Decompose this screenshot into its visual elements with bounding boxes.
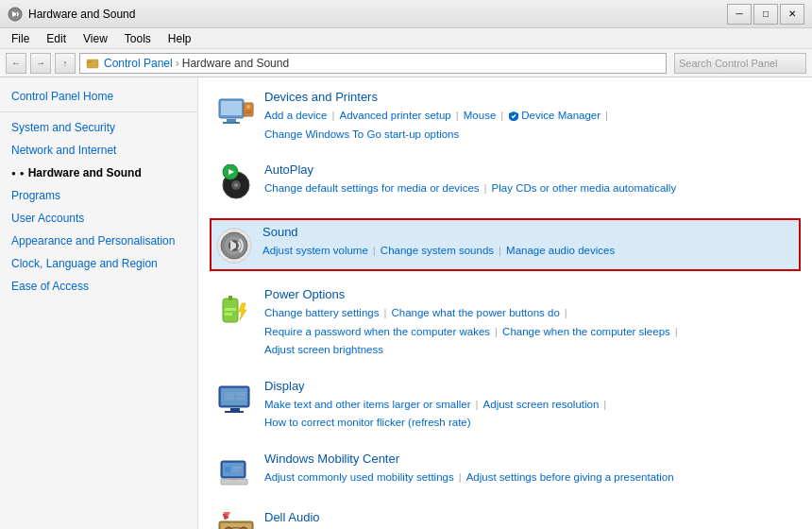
svg-point-9 <box>246 105 250 109</box>
link-presentation[interactable]: Adjust settings before giving a presenta… <box>466 469 674 487</box>
menu-help[interactable]: Help <box>161 30 199 47</box>
category-display: Display Make text and other items larger… <box>213 376 797 435</box>
category-dell-audio: Dell Audio <box>213 507 797 529</box>
content-area: Devices and Printers Add a device | Adva… <box>198 77 812 529</box>
link-printer-setup[interactable]: Advanced printer setup <box>340 107 451 126</box>
svg-rect-29 <box>225 392 234 400</box>
svg-rect-31 <box>236 398 245 400</box>
display-links: Make text and other items larger or smal… <box>264 396 793 433</box>
main-layout: Control Panel Home System and Security N… <box>0 77 812 529</box>
sound-title[interactable]: Sound <box>262 225 795 239</box>
sidebar-divider-1 <box>0 111 197 112</box>
link-system-sounds[interactable]: Change system sounds <box>381 242 494 261</box>
svg-rect-28 <box>225 411 244 413</box>
svg-rect-3 <box>89 63 96 64</box>
up-button[interactable]: ↑ <box>55 53 76 74</box>
svg-rect-23 <box>225 308 236 311</box>
sidebar-item-home[interactable]: Control Panel Home <box>0 85 197 108</box>
path-icon <box>86 57 99 70</box>
back-button[interactable]: ← <box>6 53 26 74</box>
sound-links: Adjust system volume | Change system sou… <box>262 242 795 261</box>
sidebar: Control Panel Home System and Security N… <box>0 77 198 529</box>
link-power-buttons[interactable]: Change what the power buttons do <box>391 304 559 323</box>
svg-rect-30 <box>236 392 245 396</box>
category-power: Power Options Change battery settings | … <box>213 284 797 363</box>
display-title[interactable]: Display <box>264 379 793 393</box>
svg-rect-2 <box>87 61 92 63</box>
power-title[interactable]: Power Options <box>264 287 793 301</box>
display-icon <box>217 381 255 418</box>
link-mobility-settings[interactable]: Adjust commonly used mobility settings <box>264 469 454 487</box>
maximize-button[interactable]: □ <box>753 4 778 25</box>
mobility-content: Windows Mobility Center Adjust commonly … <box>264 452 793 487</box>
mobility-links: Adjust commonly used mobility settings |… <box>264 469 793 487</box>
forward-button[interactable]: → <box>30 53 51 74</box>
sound-content: Sound Adjust system volume | Change syst… <box>262 225 795 261</box>
sidebar-item-clock[interactable]: Clock, Language and Region <box>0 252 197 275</box>
link-text-larger[interactable]: Make text and other items larger or smal… <box>264 396 471 415</box>
address-path: Control Panel › Hardware and Sound <box>79 53 667 74</box>
close-button[interactable]: ✕ <box>780 4 804 25</box>
address-bar: ← → ↑ Control Panel › Hardware and Sound… <box>0 49 812 77</box>
svg-rect-22 <box>228 296 232 300</box>
link-when-sleeps[interactable]: Change when the computer sleeps <box>502 323 670 342</box>
link-require-password[interactable]: Require a password when the computer wak… <box>264 323 490 342</box>
link-screen-brightness[interactable]: Adjust screen brightness <box>264 341 383 360</box>
svg-rect-24 <box>225 313 232 316</box>
menu-view[interactable]: View <box>76 30 115 47</box>
link-default-media[interactable]: Change default settings for media or dev… <box>264 179 480 198</box>
svg-point-14 <box>234 183 238 187</box>
svg-rect-37 <box>232 467 242 469</box>
sidebar-item-hardware: ●Hardware and Sound <box>0 162 197 184</box>
link-manage-audio[interactable]: Manage audio devices <box>506 242 615 261</box>
svg-rect-11 <box>245 112 251 113</box>
search-button[interactable]: Search Control Panel <box>674 53 806 74</box>
svg-rect-35 <box>230 478 238 480</box>
link-device-manager[interactable]: Device Manager <box>521 107 601 126</box>
autoplay-content: AutoPlay Change default settings for med… <box>264 162 793 198</box>
title-bar-icon <box>8 7 23 22</box>
sidebar-item-network[interactable]: Network and Internet <box>0 139 197 162</box>
svg-rect-6 <box>227 119 236 122</box>
link-mouse[interactable]: Mouse <box>464 107 497 126</box>
power-links: Change battery settings | Change what th… <box>264 304 793 360</box>
category-sound: Sound Adjust system volume | Change syst… <box>210 218 801 271</box>
menu-edit[interactable]: Edit <box>39 30 74 47</box>
link-windows-go[interactable]: Change Windows To Go start-up options <box>264 126 459 145</box>
category-mobility: Windows Mobility Center Adjust commonly … <box>213 449 797 494</box>
devices-content: Devices and Printers Add a device | Adva… <box>264 90 793 144</box>
sidebar-item-system[interactable]: System and Security <box>0 116 197 139</box>
svg-rect-10 <box>245 111 251 111</box>
link-monitor-flicker[interactable]: How to correct monitor flicker (refresh … <box>264 414 471 433</box>
devices-title[interactable]: Devices and Printers <box>264 90 793 104</box>
autoplay-links: Change default settings for media or dev… <box>264 179 793 198</box>
mobility-icon <box>217 453 255 491</box>
link-play-cds[interactable]: Play CDs or other media automatically <box>492 179 677 198</box>
sound-icon <box>215 227 253 264</box>
menu-tools[interactable]: Tools <box>117 30 159 47</box>
link-add-device[interactable]: Add a device <box>264 107 328 126</box>
svg-rect-27 <box>230 408 240 411</box>
dell-audio-icon <box>217 512 255 529</box>
menu-file[interactable]: File <box>4 30 37 47</box>
dell-audio-title[interactable]: Dell Audio <box>264 510 793 524</box>
svg-rect-36 <box>225 467 230 472</box>
path-control-panel[interactable]: Control Panel <box>104 57 173 70</box>
sidebar-item-appearance[interactable]: Appearance and Personalisation <box>0 230 197 252</box>
devices-links: Add a device | Advanced printer setup | … <box>264 107 793 144</box>
minimize-button[interactable]: ─ <box>727 4 752 25</box>
svg-rect-7 <box>223 122 240 124</box>
path-current: Hardware and Sound <box>182 57 289 70</box>
sidebar-item-programs[interactable]: Programs <box>0 184 197 207</box>
sidebar-item-accounts[interactable]: User Accounts <box>0 207 197 230</box>
link-battery-settings[interactable]: Change battery settings <box>264 304 379 323</box>
link-screen-resolution[interactable]: Adjust screen resolution <box>483 396 600 415</box>
sidebar-item-ease[interactable]: Ease of Access <box>0 275 197 298</box>
dell-audio-content: Dell Audio <box>264 510 793 527</box>
link-adjust-volume[interactable]: Adjust system volume <box>262 242 368 261</box>
display-content: Display Make text and other items larger… <box>264 379 793 433</box>
autoplay-title[interactable]: AutoPlay <box>264 162 793 177</box>
autoplay-icon <box>217 164 255 202</box>
mobility-title[interactable]: Windows Mobility Center <box>264 452 793 466</box>
title-bar-text: Hardware and Sound <box>28 8 135 21</box>
